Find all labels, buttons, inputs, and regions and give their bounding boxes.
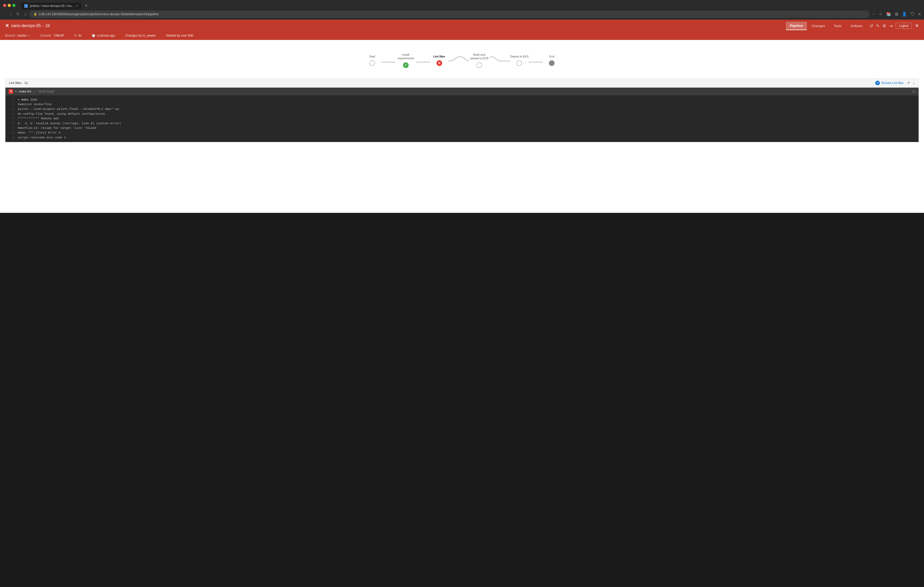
log-line: 8 make: *** [lint] Error 2 bbox=[9, 130, 915, 135]
external-link-icon[interactable]: ↗ bbox=[907, 81, 910, 85]
line-num-9: 9 bbox=[9, 135, 14, 140]
log-line: 9 script returned exit code 2 bbox=[9, 135, 915, 140]
tab-changes[interactable]: Changes bbox=[807, 22, 829, 30]
log-panel: Lint files - 1s ↺ Restart Lint files ↗ ↓… bbox=[5, 78, 919, 143]
log-content: 1 + make lint 2 hadolint Dockerfile 3 py… bbox=[5, 95, 919, 142]
branch-value: master ↗ bbox=[17, 34, 30, 37]
download-icon[interactable]: ↓ bbox=[913, 81, 915, 85]
restart-label: Restart Lint files bbox=[881, 81, 903, 85]
stage-deploy-label: Deploy to EKS bbox=[510, 54, 529, 58]
tab-favicon bbox=[24, 4, 28, 8]
stage-start[interactable]: Start bbox=[363, 54, 381, 66]
header-actions: ↺ ✎ ⚙ ⇥ Logout ✕ bbox=[870, 23, 919, 29]
active-tab[interactable]: jenkins / nano-devops-05 / ma... × bbox=[21, 3, 81, 9]
pipeline-breadcrumb: nano-devops-05 ‹ 24 bbox=[11, 23, 786, 28]
menu-button[interactable]: ≡ bbox=[917, 11, 921, 17]
nav-tabs: Pipeline Changes Tests Artifacts bbox=[786, 21, 866, 30]
log-line: 4 No config file found, using default co… bbox=[9, 112, 915, 116]
log-header-actions: ↺ Restart Lint files ↗ ↓ bbox=[875, 81, 915, 85]
log-line: 1 + make lint bbox=[9, 97, 915, 102]
back-button[interactable]: ‹ bbox=[3, 11, 7, 18]
restart-icon: ↺ bbox=[875, 81, 880, 85]
branch-link-icon: ↗ bbox=[28, 34, 30, 37]
connector-2 bbox=[416, 56, 430, 64]
stage-build[interactable]: Build and upload to ECR bbox=[469, 53, 490, 68]
shield-icon[interactable]: 🛡 bbox=[910, 11, 916, 17]
stage-install-label: Install requirements bbox=[396, 53, 416, 60]
line-num-1: 1 bbox=[9, 97, 14, 102]
line-num-6: 6 bbox=[9, 121, 14, 126]
time-value: a minute ago bbox=[97, 34, 115, 37]
step-name: make lint bbox=[19, 90, 31, 93]
branch-info: Branch: master ↗ bbox=[5, 34, 30, 37]
line-num-4: 4 bbox=[9, 112, 14, 116]
expand-icon[interactable]: ▾ bbox=[15, 90, 17, 93]
line-text-5: ************ Module web bbox=[18, 116, 59, 121]
connector-5 bbox=[528, 56, 543, 64]
tab-tests[interactable]: Tests bbox=[830, 22, 846, 30]
browser-toolbar: ‹ › ↻ ⌂ 🔒 3.86.143.189:8080/blue/organiz… bbox=[0, 10, 924, 20]
stage-install[interactable]: Install requirements ✓ bbox=[396, 53, 416, 68]
stage-install-node: ✓ bbox=[403, 62, 409, 68]
tab-artifacts[interactable]: Artifacts bbox=[846, 22, 866, 30]
close-pipeline-icon[interactable]: ✕ bbox=[5, 23, 9, 29]
line-text-9: script returned exit code 2 bbox=[18, 135, 66, 140]
home-button[interactable]: ⌂ bbox=[23, 11, 28, 18]
share-button[interactable]: ⇥ bbox=[889, 23, 893, 28]
stage-build-node bbox=[477, 62, 482, 68]
stage-end[interactable]: End bbox=[543, 54, 561, 66]
started-info: Started by user MW bbox=[166, 34, 193, 37]
line-text-7: Makefile:14: recipe for target 'lint' fa… bbox=[18, 126, 96, 130]
bookmark-button[interactable]: ☆ bbox=[878, 11, 883, 17]
line-num-5: 5 bbox=[9, 116, 14, 121]
started-value: Started by user MW bbox=[166, 34, 193, 37]
sidebar-button[interactable]: ⊞ bbox=[894, 11, 899, 17]
forward-button[interactable]: › bbox=[8, 11, 13, 18]
connector-4 bbox=[490, 55, 510, 65]
tab-bar: jenkins / nano-devops-05 / ma... × + bbox=[18, 0, 924, 10]
log-line: 7 Makefile:14: recipe for target 'lint' … bbox=[9, 126, 915, 130]
build-info-bar: Branch: master ↗ Commit: 7d9b4ff ⏱ 9s 🕐 … bbox=[0, 32, 924, 40]
tab-close-button[interactable]: × bbox=[76, 4, 78, 8]
log-line: 5 ************ Module web bbox=[9, 116, 915, 121]
duration-info: ⏱ 9s bbox=[74, 34, 82, 37]
commit-value: 7d9b4ff bbox=[53, 34, 64, 37]
stage-lint-label: Lint files bbox=[433, 54, 445, 58]
stage-deploy-node bbox=[516, 60, 522, 66]
close-button[interactable]: ✕ bbox=[915, 23, 919, 29]
breadcrumb-separator: ‹ bbox=[43, 23, 44, 28]
address-text: 3.86.143.189:8080/blue/organizations/jen… bbox=[39, 12, 158, 16]
step-error-badge: ✕ bbox=[8, 89, 13, 94]
close-dot[interactable] bbox=[3, 4, 6, 7]
branch-label: Branch: bbox=[5, 34, 16, 37]
stage-end-node bbox=[549, 60, 554, 66]
stage-start-node bbox=[370, 60, 375, 66]
logout-button[interactable]: Logout bbox=[896, 23, 912, 29]
restart-button[interactable]: ↺ Restart Lint files bbox=[875, 81, 903, 85]
new-tab-button[interactable]: + bbox=[83, 2, 90, 10]
reload-button[interactable]: ↻ bbox=[15, 11, 21, 18]
line-num-8: 8 bbox=[9, 130, 14, 135]
fullscreen-dot[interactable] bbox=[12, 4, 15, 7]
stage-deploy[interactable]: Deploy to EKS bbox=[510, 54, 529, 66]
cross-icon: ✕ bbox=[438, 61, 441, 65]
browser-chrome: jenkins / nano-devops-05 / ma... × + ‹ ›… bbox=[0, 0, 924, 20]
address-bar[interactable]: 🔒 3.86.143.189:8080/blue/organizations/j… bbox=[30, 11, 870, 18]
rerun-button[interactable]: ↺ bbox=[870, 23, 873, 28]
tab-pipeline[interactable]: Pipeline bbox=[786, 21, 807, 30]
jenkins-app: ✕ nano-devops-05 ‹ 24 Pipeline Changes T… bbox=[0, 20, 924, 213]
profile-button[interactable]: 👤 bbox=[901, 11, 908, 17]
step-type-label: Shell Script bbox=[38, 90, 54, 93]
step-time: 1s bbox=[912, 90, 916, 93]
log-line: 2 hadolint Dockerfile bbox=[9, 102, 915, 107]
duration-value: 9s bbox=[78, 34, 82, 37]
stage-lint[interactable]: Lint files ✕ bbox=[430, 54, 448, 66]
reading-list-button[interactable]: 📚 bbox=[885, 11, 892, 17]
extensions-button[interactable]: ··· bbox=[871, 11, 876, 17]
line-text-6: E: 9, 0: invalid syntax (<string>, line … bbox=[18, 121, 121, 126]
security-icon: 🔒 bbox=[33, 12, 37, 16]
settings-button[interactable]: ⚙ bbox=[883, 23, 886, 28]
stages-wrapper: Start Install requirements ✓ Lint files bbox=[5, 48, 919, 71]
edit-button[interactable]: ✎ bbox=[876, 23, 879, 28]
minimize-dot[interactable] bbox=[8, 4, 11, 7]
